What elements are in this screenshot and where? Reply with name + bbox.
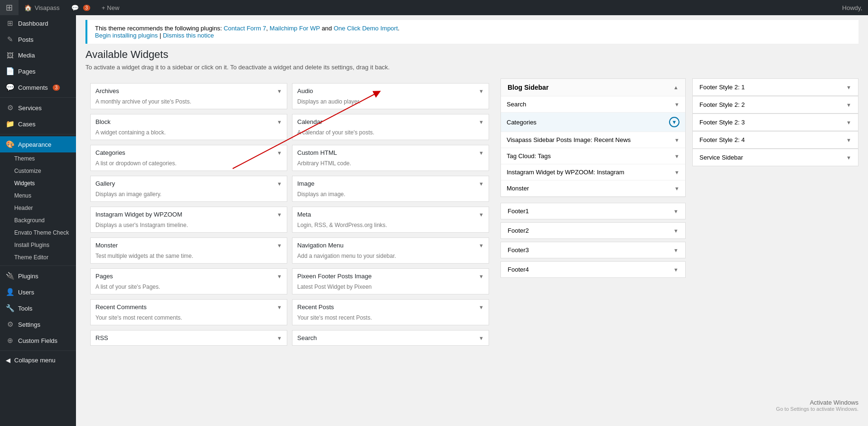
widget-desc: Latest Post Widget by Pixeen bbox=[292, 284, 489, 294]
blog-sidebar-widget[interactable]: Instagram Widget by WPZOOM: Instagram ▼ bbox=[501, 164, 685, 180]
widget-item-header[interactable]: Pixeen Footer Posts Image ▼ bbox=[292, 269, 489, 284]
footer-area-title: Footer4 bbox=[508, 266, 529, 273]
sidebar-item-posts[interactable]: ✎ Posts bbox=[0, 31, 76, 47]
widget-title: Navigation Menu bbox=[297, 242, 344, 249]
widget-desc: Test multiple widgets at the same time. bbox=[91, 253, 287, 263]
widget-collapse-icon: ▼ bbox=[674, 170, 679, 175]
users-icon: 👤 bbox=[6, 288, 14, 296]
footer-style-item[interactable]: Footer Style 2: 1 ▼ bbox=[692, 78, 859, 96]
widget-item-header[interactable]: Categories ▼ bbox=[91, 145, 287, 160]
widget-item-header[interactable]: Monster ▼ bbox=[91, 238, 287, 253]
widget-title: Instagram Widget by WPZOOM bbox=[95, 211, 182, 218]
blog-sidebar-widget[interactable]: Categories ▼ bbox=[501, 113, 685, 132]
comments-menu-icon: 💬 bbox=[6, 83, 14, 92]
footer-style-item[interactable]: Footer Style 2: 4 ▼ bbox=[692, 131, 859, 149]
widget-item-header[interactable]: Block ▼ bbox=[91, 114, 287, 129]
widget-item-header[interactable]: Instagram Widget by WPZOOM ▼ bbox=[91, 207, 287, 222]
sidebar-submenu-widgets[interactable]: Widgets bbox=[0, 177, 76, 189]
sidebar-item-cases[interactable]: 📁 Cases bbox=[0, 116, 76, 132]
widget-item-header[interactable]: Meta ▼ bbox=[292, 207, 489, 222]
sidebar-item-custom-fields[interactable]: ⊕ Custom Fields bbox=[0, 332, 76, 349]
activate-windows: Activate Windows Go to Settings to activ… bbox=[776, 399, 859, 412]
widget-item: Gallery ▼ Displays an image gallery. bbox=[90, 176, 287, 202]
widget-item-header[interactable]: Image ▼ bbox=[292, 176, 489, 191]
widget-item-header[interactable]: Pages ▼ bbox=[91, 269, 287, 284]
blog-sidebar-widget[interactable]: Monster ▼ bbox=[501, 180, 685, 197]
sidebar-submenu-themes[interactable]: Themes bbox=[0, 152, 76, 165]
sidebar-item-label: Tools bbox=[18, 305, 32, 312]
widget-item-header[interactable]: Recent Comments ▼ bbox=[91, 300, 287, 314]
widget-item-header[interactable]: Calendar ▼ bbox=[292, 114, 489, 129]
sidebar-item-pages[interactable]: 📄 Pages bbox=[0, 63, 76, 79]
sidebar-submenu-menus[interactable]: Menus bbox=[0, 189, 76, 202]
collapse-icon: ◀ bbox=[6, 357, 10, 364]
widget-arrow-icon: ▼ bbox=[479, 212, 484, 218]
sidebar-item-label: Users bbox=[18, 289, 34, 296]
widget-item-header[interactable]: Navigation Menu ▼ bbox=[292, 238, 489, 253]
widget-collapse-icon: ▼ bbox=[674, 102, 679, 107]
sidebar-submenu-header[interactable]: Header bbox=[0, 202, 76, 214]
site-name-item[interactable]: 🏠 Visapass bbox=[19, 0, 66, 15]
blog-sidebar-widget[interactable]: Tag Cloud: Tags ▼ bbox=[501, 148, 685, 164]
widget-arrow-icon: ▼ bbox=[479, 150, 484, 156]
footer-area-title: Footer2 bbox=[508, 227, 529, 234]
settings-icon: ⚙ bbox=[6, 320, 14, 329]
sidebar-item-settings[interactable]: ⚙ Settings bbox=[0, 316, 76, 332]
sidebar-item-services[interactable]: ⚙ Services bbox=[0, 100, 76, 116]
wp-logo-item[interactable]: ⊞ bbox=[0, 0, 19, 15]
widget-item: Instagram Widget by WPZOOM ▼ Displays a … bbox=[90, 207, 287, 233]
one-click-link[interactable]: One Click Demo Import bbox=[334, 25, 398, 32]
widget-item-header[interactable]: Custom HTML ▼ bbox=[292, 145, 489, 160]
sidebar-submenu-envato[interactable]: Envato Theme Check bbox=[0, 227, 76, 239]
contact-form-7-link[interactable]: Contact Form 7 bbox=[224, 25, 266, 32]
sidebar-submenu-install-plugins[interactable]: Install Plugins bbox=[0, 239, 76, 251]
widget-item-header[interactable]: Recent Posts ▼ bbox=[292, 300, 489, 314]
sidebar-item-tools[interactable]: 🔧 Tools bbox=[0, 300, 76, 316]
sidebar-item-comments[interactable]: 💬 Comments 3 bbox=[0, 79, 76, 95]
sidebar-submenu-background[interactable]: Background bbox=[0, 214, 76, 227]
mailchimp-link[interactable]: Mailchimp For WP bbox=[270, 25, 320, 32]
sidebar-item-users[interactable]: 👤 Users bbox=[0, 284, 76, 300]
footer-style-item[interactable]: Footer Style 2: 2 ▼ bbox=[692, 96, 859, 114]
widget-item: RSS ▼ bbox=[90, 330, 287, 346]
widget-item: Archives ▼ A monthly archive of your sit… bbox=[90, 83, 287, 109]
comments-item[interactable]: 💬 3 bbox=[66, 0, 96, 15]
sidebar-collapse[interactable]: ◀ Collapse menu bbox=[0, 353, 76, 368]
widget-item-header[interactable]: RSS ▼ bbox=[91, 331, 287, 345]
widget-item: Audio ▼ Displays an audio player. bbox=[292, 83, 489, 109]
dismiss-notice-link[interactable]: Dismiss this notice bbox=[163, 32, 214, 39]
sidebar-item-dashboard[interactable]: ⊞ Dashboard bbox=[0, 15, 76, 31]
widget-arrow-icon: ▼ bbox=[277, 304, 282, 310]
footer-area[interactable]: Footer3 ▼ bbox=[500, 242, 686, 258]
sidebar-item-media[interactable]: 🖼 Media bbox=[0, 47, 76, 63]
widget-item-header[interactable]: Audio ▼ bbox=[292, 84, 489, 98]
sidebar-submenu-customize[interactable]: Customize bbox=[0, 165, 76, 177]
footer-style-item[interactable]: Footer Style 2: 3 ▼ bbox=[692, 114, 859, 131]
blog-sidebar-header[interactable]: Blog Sidebar ▲ bbox=[501, 79, 685, 96]
widget-item-header[interactable]: Archives ▼ bbox=[91, 84, 287, 98]
footer-area[interactable]: Footer4 ▼ bbox=[500, 261, 686, 278]
sidebar-submenu-theme-editor[interactable]: Theme Editor bbox=[0, 251, 76, 264]
sidebar-item-plugins[interactable]: 🔌 Plugins bbox=[0, 268, 76, 284]
blog-sidebar-widget[interactable]: Visapass Sidebar Posts Image: Recent New… bbox=[501, 132, 685, 148]
services-icon: ⚙ bbox=[6, 104, 14, 112]
sidebar-item-label: Pages bbox=[18, 68, 36, 75]
widget-item-header[interactable]: Gallery ▼ bbox=[91, 176, 287, 191]
custom-fields-icon: ⊕ bbox=[6, 336, 14, 345]
widget-item: Recent Comments ▼ Your site's most recen… bbox=[90, 299, 287, 325]
widget-arrow-icon: ▼ bbox=[277, 88, 282, 94]
footer-area[interactable]: Footer1 ▼ bbox=[500, 203, 686, 219]
new-item[interactable]: + New bbox=[96, 0, 125, 15]
footer-style-item[interactable]: Service Sidebar ▼ bbox=[692, 149, 859, 166]
new-label: + New bbox=[102, 4, 119, 11]
footer-area[interactable]: Footer2 ▼ bbox=[500, 222, 686, 239]
widget-item-header[interactable]: Search ▼ bbox=[292, 331, 489, 345]
footer-style-arrow: ▼ bbox=[846, 102, 851, 108]
widget-arrow-icon: ▼ bbox=[479, 304, 484, 310]
blog-sidebar-widget[interactable]: Search ▼ bbox=[501, 96, 685, 113]
begin-installing-link[interactable]: Begin installing plugins bbox=[95, 32, 158, 39]
footer-style-arrow: ▼ bbox=[846, 85, 851, 90]
widget-arrow-icon: ▼ bbox=[479, 335, 484, 341]
sidebar-item-appearance[interactable]: 🎨 Appearance bbox=[0, 136, 76, 152]
sidebar-item-label: Settings bbox=[18, 321, 40, 328]
